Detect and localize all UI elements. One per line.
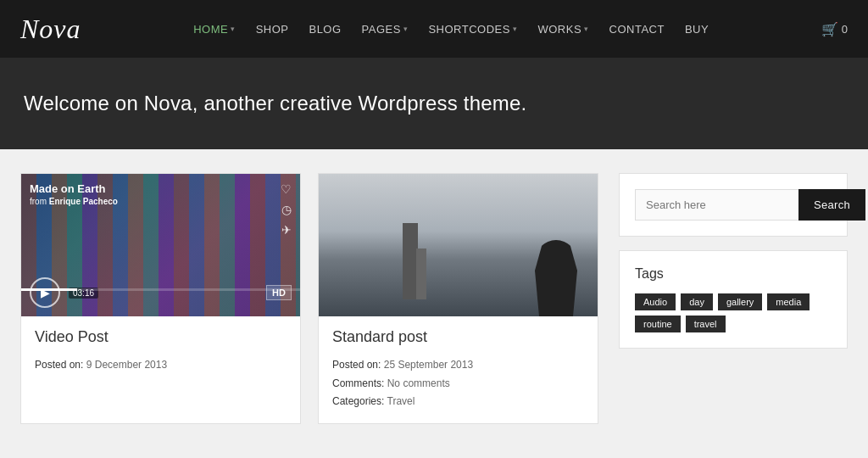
video-from: from Enrique Pacheco	[30, 197, 118, 206]
chevron-icon: ▾	[584, 25, 589, 33]
clock-icon[interactable]: ◷	[281, 203, 292, 216]
video-progress-fill	[21, 288, 77, 291]
comments-label: Comments:	[332, 377, 384, 389]
post-card-standard: Standard post Posted on: 25 September 20…	[318, 173, 598, 424]
standard-post-content: Standard post Posted on: 25 September 20…	[319, 316, 598, 423]
share-icon[interactable]: ✈	[281, 223, 292, 237]
search-input[interactable]	[635, 189, 798, 221]
posted-label: Posted on:	[35, 359, 83, 371]
nav-label-buy: BUY	[685, 23, 709, 36]
nav-label-shortcodes: SHORTCODES	[428, 23, 510, 36]
video-thumbnail: Made on Earth from Enrique Pacheco ♡ ◷ ✈	[21, 174, 300, 316]
tag-item[interactable]: media	[767, 293, 810, 310]
nav-item-pages[interactable]: PAGES ▾	[353, 16, 417, 42]
nav-item-works[interactable]: WORKS ▾	[529, 16, 597, 42]
nav-item-shortcodes[interactable]: SHORTCODES ▾	[420, 16, 526, 42]
tag-item[interactable]: travel	[686, 316, 726, 332]
nav-label-contact: CONTACT	[609, 23, 665, 36]
sidebar: Search Tags Audiodaygallerymediaroutinet…	[619, 173, 848, 424]
video-action-icons: ♡ ◷ ✈	[281, 182, 292, 237]
standard-post-title: Standard post	[332, 328, 584, 346]
tags-heading: Tags	[635, 266, 832, 282]
posted-date: 9 December 2013	[86, 359, 167, 371]
heart-icon[interactable]: ♡	[281, 182, 292, 196]
nav-item-shop[interactable]: SHOP	[248, 16, 298, 42]
cart-count: 0	[842, 23, 848, 36]
play-area: ▶ 03:16	[30, 277, 98, 308]
building-decoration	[403, 223, 418, 299]
comments-value: No comments	[387, 377, 450, 389]
video-title: Made on Earth	[30, 182, 118, 197]
chevron-icon: ▾	[513, 25, 518, 33]
tag-item[interactable]: day	[681, 293, 713, 310]
nav-menu: HOME ▾ SHOP BLOG PAGES ▾ SHORTCODES ▾	[185, 16, 717, 42]
standard-posted-date: 25 September 2013	[384, 359, 473, 371]
main-content: Made on Earth from Enrique Pacheco ♡ ◷ ✈	[0, 149, 868, 448]
chevron-icon: ▾	[403, 25, 409, 33]
video-bottom-controls: ▶ 03:16 HD	[30, 277, 292, 308]
tag-item[interactable]: Audio	[635, 293, 676, 310]
posts-area: Made on Earth from Enrique Pacheco ♡ ◷ ✈	[20, 173, 598, 424]
standard-thumbnail	[319, 174, 598, 316]
video-author: Enrique Pacheco	[49, 197, 118, 206]
video-overlay: Made on Earth from Enrique Pacheco ♡ ◷ ✈	[21, 174, 300, 316]
tags-widget: Tags Audiodaygallerymediaroutinetravel	[619, 250, 848, 349]
nav-item-blog[interactable]: BLOG	[300, 16, 349, 42]
video-post-content: Video Post Posted on: 9 December 2013	[21, 316, 300, 387]
building-decoration-2	[416, 249, 426, 299]
cart-icon: 🛒	[821, 21, 838, 37]
cart-area[interactable]: 🛒 0	[821, 21, 848, 37]
nav-label-home: HOME	[193, 23, 228, 36]
post-card-video: Made on Earth from Enrique Pacheco ♡ ◷ ✈	[20, 173, 301, 424]
search-widget: Search	[619, 173, 848, 237]
hero-banner: Welcome on Nova, another creative Wordpr…	[0, 58, 868, 149]
nav-item-buy[interactable]: BUY	[676, 16, 717, 42]
video-post-meta: Posted on: 9 December 2013	[35, 356, 287, 375]
hero-heading: Welcome on Nova, another creative Wordpr…	[24, 92, 844, 115]
video-progress-bar	[21, 288, 300, 291]
chevron-icon: ▾	[231, 25, 236, 33]
search-button[interactable]: Search	[798, 189, 865, 221]
play-button[interactable]: ▶	[30, 277, 60, 308]
standard-posted-label: Posted on:	[332, 359, 381, 371]
nav-item-contact[interactable]: CONTACT	[601, 16, 673, 42]
standard-post-meta: Posted on: 25 September 2013 Comments: N…	[332, 356, 584, 411]
hd-badge: HD	[266, 285, 292, 300]
tags-list: Audiodaygallerymediaroutinetravel	[635, 293, 832, 332]
site-logo[interactable]: Nova	[20, 14, 81, 45]
nav-label-shop: SHOP	[256, 23, 289, 36]
nav-label-pages: PAGES	[362, 23, 401, 36]
tag-item[interactable]: gallery	[718, 293, 762, 310]
video-post-title: Video Post	[35, 328, 287, 346]
nav-label-works: WORKS	[537, 23, 581, 36]
tag-item[interactable]: routine	[635, 316, 681, 332]
navbar: Nova HOME ▾ SHOP BLOG PAGES ▾	[0, 0, 868, 58]
categories-value: Travel	[387, 395, 415, 407]
nav-label-blog: BLOG	[309, 23, 341, 36]
person-decoration	[535, 240, 577, 316]
categories-label: Categories:	[332, 395, 384, 407]
nav-item-home[interactable]: HOME ▾	[185, 16, 244, 42]
